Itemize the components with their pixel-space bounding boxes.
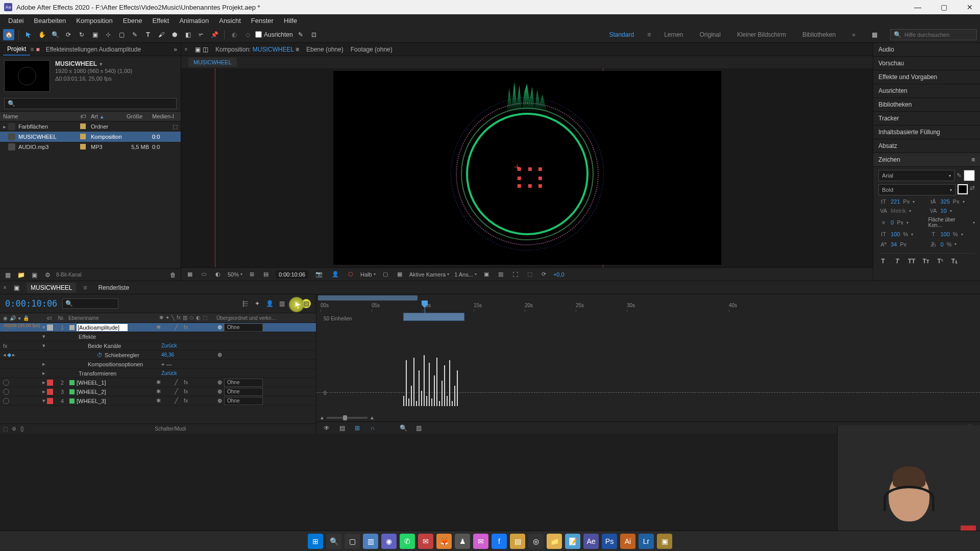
font-family-dropdown[interactable]: Arial xyxy=(878,170,954,181)
timeline-search-input[interactable] xyxy=(73,301,115,307)
sw-frameblend-icon[interactable]: ▥ xyxy=(183,315,187,321)
taskbar-mail[interactable]: ✉ xyxy=(418,534,433,549)
zoom-slider-handle[interactable] xyxy=(343,415,347,420)
comp-options-row[interactable]: ▸ Kompositionsoptionen + — xyxy=(0,360,316,369)
new-comp-button[interactable]: ▣ xyxy=(30,270,39,280)
expression-pickwhip-icon[interactable]: ⊚ xyxy=(217,352,222,358)
pickwhip-icon[interactable]: ⊚ xyxy=(217,388,222,395)
refresh-button[interactable]: ⟳ xyxy=(540,270,548,279)
layer-row-1[interactable]: ▾ 1 ✱╱fx ⊚Ohne xyxy=(0,323,316,332)
close-tab-button[interactable]: × xyxy=(184,46,188,53)
playhead[interactable] xyxy=(425,300,425,313)
effects-group-row[interactable]: ▾ Effekte xyxy=(0,332,316,341)
motion-blur-button[interactable]: ⬭ xyxy=(289,299,299,308)
taskbar-obs[interactable]: ◎ xyxy=(528,534,544,549)
panel-zeichen[interactable]: Zeichen≡ xyxy=(873,153,980,167)
taskbar-task-view[interactable]: ▢ xyxy=(345,534,360,549)
workspace-lernen[interactable]: Lernen xyxy=(661,29,686,40)
menu-ansicht[interactable]: Ansicht xyxy=(214,15,246,26)
layer-row-3[interactable]: ▸ 3 [WHEEL_2] ✱╱fx ⊚Ohne xyxy=(0,387,316,396)
new-folder-button[interactable]: 📁 xyxy=(16,270,26,280)
menu-bearbeiten[interactable]: Bearbeiten xyxy=(29,15,71,26)
tsume-value[interactable]: 0 xyxy=(941,241,944,247)
kerning-value[interactable]: Metrik xyxy=(891,208,906,214)
draft3d-button[interactable]: ✦ xyxy=(253,299,262,308)
faux-italic-button[interactable]: T xyxy=(893,257,902,266)
snapshot-button[interactable]: 📷 xyxy=(313,270,325,279)
graph-edit-button[interactable]: ▥ xyxy=(413,423,424,433)
eraser-tool[interactable]: ◧ xyxy=(182,29,193,40)
sw-mblur-icon[interactable]: ⬭ xyxy=(189,315,194,321)
taskbar-app3[interactable]: ▣ xyxy=(657,534,672,549)
timeline-search[interactable]: 🔍 xyxy=(62,298,118,309)
stamp-tool[interactable]: ⬢ xyxy=(169,29,180,40)
selection-bounding-box[interactable] xyxy=(517,167,542,188)
tracking-value[interactable]: 10 xyxy=(941,208,947,214)
minimize-button[interactable]: — xyxy=(911,2,924,12)
panel-vorschau[interactable]: Vorschau xyxy=(873,57,980,70)
trash-button[interactable]: 🗑 xyxy=(168,270,178,280)
graph-type-button[interactable]: ▤ xyxy=(337,423,347,433)
reset-link-1[interactable]: Zurück xyxy=(161,343,177,348)
prev-keyframe-button[interactable]: ◂ xyxy=(3,352,6,358)
project-row-musicwheel[interactable]: MUSICWHEEL Komposition 0:0 xyxy=(0,132,181,142)
sw-quality-icon[interactable]: ╲ xyxy=(172,315,175,321)
panel-audio[interactable]: Audio xyxy=(873,43,980,57)
menu-fenster[interactable]: Fenster xyxy=(246,15,279,26)
label-color-2[interactable] xyxy=(47,380,53,386)
taskbar-firefox[interactable]: 🦊 xyxy=(436,534,452,549)
workspace-original[interactable]: Original xyxy=(697,29,724,40)
menu-komposition[interactable]: Komposition xyxy=(71,15,118,26)
fx-toggle[interactable]: fx xyxy=(3,343,8,349)
label-color-1[interactable] xyxy=(47,324,53,331)
workspace-more[interactable]: » xyxy=(849,29,859,40)
font-size-value[interactable]: 221 xyxy=(891,198,900,205)
roi-button[interactable]: ▢ xyxy=(381,270,390,279)
timeline-tab-renderliste[interactable]: Renderliste xyxy=(94,283,133,293)
workspace-standard[interactable]: Standard xyxy=(606,29,637,40)
view3-button[interactable]: ⛶ xyxy=(510,270,520,279)
tab-effekteinstellungen[interactable]: Effekteinstellungen Audioamplitude xyxy=(42,44,145,55)
panel-bibliotheken[interactable]: Bibliotheken xyxy=(873,98,980,112)
col-parent[interactable]: Übergeordnet und verkn… xyxy=(216,315,278,321)
timeline-tab-comp[interactable]: MUSICWHEEL xyxy=(27,283,76,293)
col-media[interactable]: Medien-I xyxy=(152,113,178,119)
col-ebenenname[interactable]: Ebenenname xyxy=(68,315,150,321)
project-search-input[interactable] xyxy=(15,101,173,107)
fill-over-dropdown[interactable]: Fläche über Kon… xyxy=(928,217,970,228)
view2-button[interactable]: ▥ xyxy=(496,270,505,279)
sw-3d-icon[interactable]: ⬚ xyxy=(203,315,207,321)
col-size[interactable]: Größe xyxy=(127,113,152,119)
taskbar-photoshop[interactable]: Ps xyxy=(602,534,617,549)
interpret-footage-button[interactable]: ▦ xyxy=(3,270,12,280)
brush-tool[interactable]: 🖌 xyxy=(156,29,167,40)
tag-icon[interactable]: 🏷 xyxy=(80,113,86,119)
parent-dropdown-2[interactable]: Ohne xyxy=(224,379,263,387)
alpha-button[interactable]: ▦ xyxy=(185,270,194,279)
toggle-2[interactable]: ⚙ xyxy=(12,426,16,432)
layer-name-input[interactable] xyxy=(77,324,128,331)
fill-color-chip[interactable] xyxy=(964,170,975,181)
graph-autozoom-button[interactable]: 🔍 xyxy=(398,423,408,433)
pickwhip-icon[interactable]: ⊚ xyxy=(217,379,222,386)
font-weight-dropdown[interactable]: Bold xyxy=(878,184,955,195)
channel-button[interactable]: ⬭ xyxy=(200,270,208,279)
keyframe-diamond-button[interactable]: ◆ xyxy=(7,352,11,358)
label-color-3[interactable] xyxy=(47,389,53,395)
composition-viewer[interactable] xyxy=(181,68,873,267)
sw-fx-icon[interactable]: fx xyxy=(177,315,181,321)
slider-property-row[interactable]: ◂◆▸ ⏱ Schieberegler 48,36 ⊚ xyxy=(0,350,316,360)
comp-flow-icon[interactable]: ◫ xyxy=(203,46,208,53)
eye-toggle[interactable] xyxy=(3,380,9,386)
color-button[interactable]: ⬡ xyxy=(346,270,355,279)
timeline-tracks-area[interactable]: 00s05s10s15s20s25s30s40s 50 Einheiten 0 … xyxy=(316,294,980,434)
subscript-button[interactable]: T₁ xyxy=(950,257,959,266)
workspace-biblio[interactable]: Bibliotheken xyxy=(799,29,839,40)
comp-mini-flow-button[interactable]: ⬱ xyxy=(240,299,250,308)
taskbar-app2[interactable]: ♟ xyxy=(455,534,470,549)
comp-name-label[interactable]: MUSICWHEEL xyxy=(55,60,97,67)
roto-tool[interactable]: ✃ xyxy=(195,29,207,40)
av-lock-header-icon[interactable]: 🔒 xyxy=(23,315,29,321)
zoom-tool[interactable]: 🔍 xyxy=(50,29,61,40)
parent-dropdown-1[interactable]: Ohne xyxy=(224,323,263,332)
